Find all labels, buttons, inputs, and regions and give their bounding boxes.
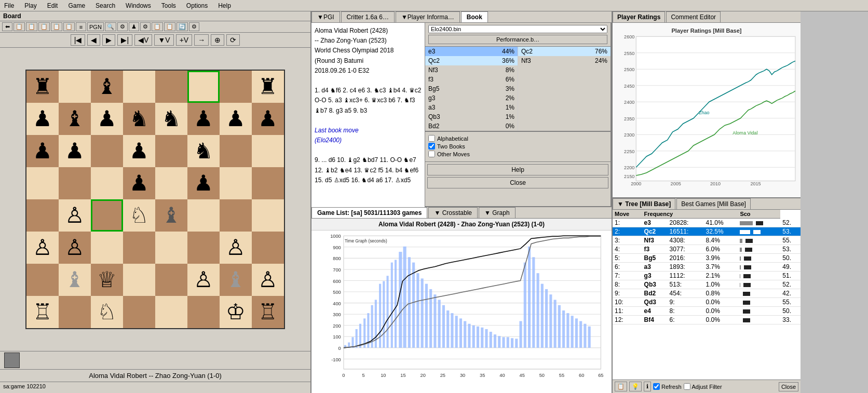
square-a4[interactable]: [26, 199, 59, 232]
elo-dropdown[interactable]: Elo2400.bin Elo2400: [428, 25, 607, 33]
toolbar-btn-7[interactable]: ≡: [76, 22, 86, 31]
square-b8[interactable]: [59, 71, 91, 103]
square-f1[interactable]: [187, 296, 220, 328]
square-c8[interactable]: ♝: [91, 71, 123, 103]
menu-play[interactable]: Play: [22, 2, 38, 10]
square-b4[interactable]: ♙: [59, 199, 91, 232]
square-h1[interactable]: ♖: [252, 296, 284, 328]
square-c5[interactable]: [91, 167, 123, 199]
performance-button[interactable]: Performance.b…: [428, 35, 607, 44]
square-b3[interactable]: ♙: [59, 232, 91, 264]
tab-player-ratings[interactable]: Player Ratings: [613, 11, 665, 22]
square-g2[interactable]: ♝: [220, 264, 252, 296]
square-e2[interactable]: [155, 264, 187, 296]
menu-edit[interactable]: Edit: [45, 2, 60, 10]
square-d8[interactable]: [123, 71, 155, 103]
chess-board[interactable]: ♜ ♝ ♜ ♟ ♝ ♟ ♞ ♞ ♟ ♟ ♟ ♟ ♟: [25, 70, 285, 329]
square-d7[interactable]: ♞: [123, 103, 155, 135]
alphabetical-checkbox-label[interactable]: Alphabetical: [428, 135, 607, 142]
square-e3[interactable]: [155, 232, 187, 264]
tab-player-info[interactable]: ▼Player Informa…: [396, 11, 460, 22]
menu-help[interactable]: Help: [216, 2, 233, 10]
square-g8[interactable]: [220, 71, 252, 103]
toolbar-btn-gear[interactable]: ⚙: [117, 22, 128, 31]
square-d1[interactable]: [123, 296, 155, 328]
square-c4[interactable]: [91, 199, 123, 232]
two-books-checkbox[interactable]: [428, 143, 435, 150]
square-b2[interactable]: ♝: [59, 264, 91, 296]
square-c6[interactable]: [91, 135, 123, 167]
square-d3[interactable]: [123, 232, 155, 264]
toolbar-btn-2[interactable]: 📋: [13, 22, 25, 31]
square-g7[interactable]: ♟: [220, 103, 252, 135]
tab-pgi[interactable]: ▼PGI: [311, 11, 340, 22]
tree-row[interactable]: 8: Qb3 513: 1.0% 52.: [613, 280, 801, 289]
menu-file[interactable]: File: [2, 2, 16, 10]
square-c2[interactable]: ♕: [91, 264, 123, 296]
square-f2[interactable]: ♙: [187, 264, 220, 296]
square-h8[interactable]: ♜: [252, 71, 284, 103]
nav-forward[interactable]: →: [194, 34, 209, 46]
toolbar-btn-gear3[interactable]: ⚙: [189, 22, 199, 31]
square-d2[interactable]: [123, 264, 155, 296]
toolbar-btn-pgn[interactable]: PGN: [87, 22, 104, 31]
toolbar-btn-piece[interactable]: ♟: [129, 22, 139, 31]
square-a2[interactable]: [26, 264, 59, 296]
tree-icon-btn-2[interactable]: 💡: [629, 382, 642, 391]
nav-rotate[interactable]: ⊕: [211, 34, 224, 46]
tab-graph[interactable]: ▼ Graph: [479, 207, 516, 218]
menu-search[interactable]: Search: [93, 2, 117, 10]
toolbar-btn-3[interactable]: 📋: [26, 22, 37, 31]
tab-book[interactable]: Book: [461, 11, 488, 22]
tree-row[interactable]: 7: g3 1112: 2.1% 51.: [613, 272, 801, 280]
square-h6[interactable]: [252, 135, 284, 167]
square-e6[interactable]: [155, 135, 187, 167]
square-g4[interactable]: [220, 199, 252, 232]
square-d6[interactable]: ♟: [123, 135, 155, 167]
toolbar-btn-4[interactable]: 📋: [38, 22, 50, 31]
nav-next[interactable]: ▶: [102, 34, 115, 46]
square-c1[interactable]: ♘: [91, 296, 123, 328]
square-e4[interactable]: ♝: [155, 199, 187, 232]
square-b1[interactable]: [59, 296, 91, 328]
refresh-checkbox[interactable]: [653, 383, 660, 390]
tree-row[interactable]: 1: e3 20828: 41.0% 52.: [613, 219, 801, 227]
nav-clock[interactable]: ⟳: [226, 34, 240, 46]
square-e8[interactable]: [155, 71, 187, 103]
close-button[interactable]: Close: [427, 177, 608, 188]
square-a8[interactable]: ♜: [26, 71, 59, 103]
square-b6[interactable]: ♟: [59, 135, 91, 167]
square-h5[interactable]: [252, 167, 284, 199]
adjust-filter-label[interactable]: Adjust Filter: [684, 383, 722, 390]
square-b5[interactable]: [59, 167, 91, 199]
other-moves-checkbox-label[interactable]: Other Moves: [428, 151, 607, 157]
alphabetical-checkbox[interactable]: [428, 135, 435, 142]
square-f7[interactable]: ♟: [187, 103, 220, 135]
tree-close-button[interactable]: Close: [779, 382, 798, 391]
square-h2[interactable]: ♙: [252, 264, 284, 296]
square-a7[interactable]: ♟: [26, 103, 59, 135]
tab-tree[interactable]: ▼ Tree [Mill Base]: [613, 198, 675, 209]
tab-game-list[interactable]: Game List: [sa] 5031/111303 games: [311, 207, 427, 218]
square-f4[interactable]: [187, 199, 220, 232]
menu-tools[interactable]: Tools: [159, 2, 178, 10]
square-h4[interactable]: [252, 199, 284, 232]
square-c7[interactable]: ♟: [91, 103, 123, 135]
square-d4[interactable]: ♘: [123, 199, 155, 232]
square-f6[interactable]: ♞: [187, 135, 220, 167]
square-e1[interactable]: [155, 296, 187, 328]
toolbar-btn-refresh[interactable]: 🔄: [177, 22, 188, 31]
menu-windows[interactable]: Windows: [124, 2, 153, 10]
tree-row[interactable]: 5: Bg5 2016: 3.9% 50.: [613, 254, 801, 263]
toolbar-btn-clip[interactable]: 📋: [152, 22, 163, 31]
square-h3[interactable]: [252, 232, 284, 264]
help-button[interactable]: Help: [427, 164, 608, 175]
square-d5[interactable]: ♟: [123, 167, 155, 199]
tab-comment-editor[interactable]: Comment Editor: [666, 11, 721, 22]
square-g3[interactable]: ♙: [220, 232, 252, 264]
toolbar-btn-5[interactable]: 📋: [51, 22, 62, 31]
square-g1[interactable]: ♔: [220, 296, 252, 328]
square-f8[interactable]: [187, 71, 220, 103]
tab-crosstable[interactable]: ▼ Crosstable: [428, 207, 478, 218]
square-g5[interactable]: [220, 167, 252, 199]
